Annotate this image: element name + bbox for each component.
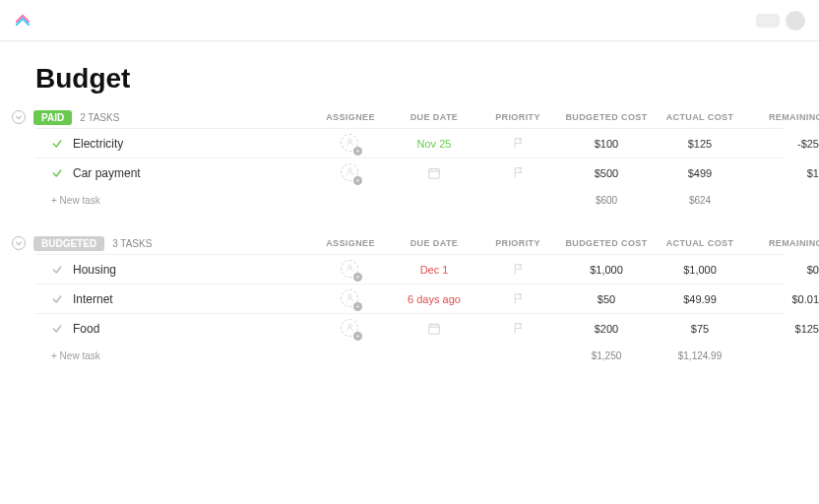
add-assignee-icon[interactable]: + — [353, 147, 362, 156]
task-name[interactable]: Housing — [73, 263, 116, 277]
col-due-date: DUE DATE — [390, 112, 478, 122]
topbar-placeholder-pill[interactable] — [756, 14, 780, 28]
assignee-cell[interactable]: + — [311, 134, 390, 154]
add-assignee-icon[interactable]: + — [353, 176, 362, 185]
col-actual: ACTUAL COST — [656, 238, 744, 248]
calendar-icon[interactable] — [427, 166, 441, 180]
add-assignee-icon[interactable]: + — [353, 273, 362, 282]
check-icon[interactable] — [51, 138, 63, 150]
budgeted-cost[interactable]: $100 — [557, 138, 656, 150]
chevron-down-icon — [15, 239, 23, 247]
flag-icon[interactable] — [512, 137, 525, 150]
assignee-cell[interactable]: + — [311, 289, 390, 309]
budgeted-cost[interactable]: $50 — [557, 293, 656, 305]
sum-budgeted: $1,250 — [557, 350, 656, 361]
task-name[interactable]: Internet — [73, 292, 113, 306]
svg-point-7 — [347, 294, 350, 297]
col-remaining: REMAINING — [744, 238, 819, 248]
add-assignee-icon[interactable]: + — [353, 302, 362, 311]
svg-point-8 — [347, 324, 350, 327]
svg-rect-9 — [429, 324, 440, 334]
topbar-placeholder-circle[interactable] — [786, 11, 805, 31]
page-title: Budget — [35, 63, 784, 94]
col-priority: PRIORITY — [478, 112, 557, 122]
col-assignee: ASSIGNEE — [311, 238, 390, 248]
check-icon[interactable] — [51, 293, 63, 305]
table-row[interactable]: Car payment + $500 $499 $1 — [35, 158, 784, 187]
remaining-cost[interactable]: $125 — [744, 323, 819, 335]
task-name[interactable]: Electricity — [73, 137, 123, 151]
assignee-cell[interactable]: + — [311, 260, 390, 280]
remaining-cost[interactable]: $0.01 — [744, 293, 819, 305]
flag-icon[interactable] — [512, 263, 525, 276]
calendar-icon[interactable] — [427, 322, 441, 336]
check-icon[interactable] — [51, 323, 63, 335]
remaining-cost[interactable]: -$25 — [744, 138, 819, 150]
budgeted-cost[interactable]: $1,000 — [557, 264, 656, 276]
actual-cost[interactable]: $75 — [656, 323, 744, 335]
remaining-cost[interactable]: $0 — [744, 264, 819, 276]
col-remaining: REMAINING — [744, 112, 819, 122]
table-row[interactable]: Electricity + Nov 25 $100 $125 -$25 — [35, 128, 784, 158]
flag-icon[interactable] — [512, 292, 525, 305]
due-date[interactable]: Nov 25 — [390, 138, 478, 150]
actual-cost[interactable]: $1,000 — [656, 264, 744, 276]
check-icon[interactable] — [51, 167, 63, 179]
logo[interactable] — [14, 10, 32, 32]
new-task-button[interactable]: + New task — [35, 195, 311, 206]
actual-cost[interactable]: $49.99 — [656, 293, 744, 305]
task-count: 3 TASKS — [112, 238, 152, 249]
assignee-cell[interactable]: + — [311, 163, 390, 183]
budgeted-cost[interactable]: $500 — [557, 167, 656, 179]
new-task-button[interactable]: + New task — [35, 350, 311, 361]
col-budgeted: BUDGETED COST — [557, 238, 656, 248]
table-row[interactable]: Housing + Dec 1 $1,000 $1,000 $0 — [35, 254, 784, 284]
remaining-cost[interactable]: $1 — [744, 167, 819, 179]
flag-icon[interactable] — [512, 166, 525, 179]
sum-budgeted: $600 — [557, 195, 656, 206]
chevron-down-icon — [15, 113, 23, 121]
col-priority: PRIORITY — [478, 238, 557, 248]
flag-icon[interactable] — [512, 322, 525, 335]
add-assignee-icon[interactable]: + — [353, 332, 362, 341]
col-budgeted: BUDGETED COST — [557, 112, 656, 122]
topbar — [0, 0, 819, 41]
table-row[interactable]: Internet + 6 days ago $50 $49.99 $0.01 — [35, 284, 784, 313]
status-pill[interactable]: BUDGETED — [33, 236, 104, 251]
sum-actual: $624 — [656, 195, 744, 206]
assignee-cell[interactable]: + — [311, 319, 390, 339]
svg-point-1 — [347, 168, 350, 171]
group-collapse-toggle[interactable] — [12, 110, 26, 124]
col-assignee: ASSIGNEE — [311, 112, 390, 122]
svg-point-0 — [347, 139, 350, 142]
budgeted-cost[interactable]: $200 — [557, 323, 656, 335]
status-pill[interactable]: PAID — [33, 110, 72, 125]
group-collapse-toggle[interactable] — [12, 236, 26, 250]
sum-actual: $1,124.99 — [656, 350, 744, 361]
task-count: 2 TASKS — [80, 112, 119, 123]
actual-cost[interactable]: $125 — [656, 138, 744, 150]
due-date[interactable]: 6 days ago — [390, 293, 478, 305]
actual-cost[interactable]: $499 — [656, 167, 744, 179]
col-actual: ACTUAL COST — [656, 112, 744, 122]
svg-point-6 — [347, 265, 350, 268]
task-name[interactable]: Car payment — [73, 166, 141, 180]
check-icon[interactable] — [51, 264, 63, 276]
svg-rect-2 — [429, 168, 440, 178]
task-name[interactable]: Food — [73, 322, 99, 336]
col-due-date: DUE DATE — [390, 238, 478, 248]
due-date[interactable]: Dec 1 — [390, 264, 478, 276]
table-row[interactable]: Food + $200 $75 $125 — [35, 313, 784, 343]
